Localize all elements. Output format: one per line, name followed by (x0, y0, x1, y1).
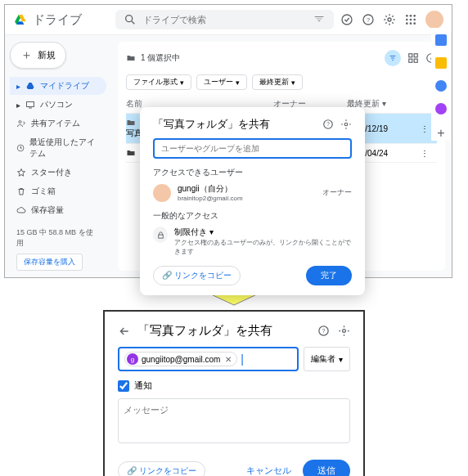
sidebar: ＋新規 ▸マイドライブ ▸パソコン 共有アイテム 最近使用したアイテム スター付… (5, 35, 111, 277)
svg-point-4 (388, 18, 391, 21)
remove-chip-icon[interactable]: ✕ (225, 355, 232, 364)
dialog-title: 「写真フォルダ」を共有 (137, 323, 272, 339)
svg-text:?: ? (326, 121, 330, 127)
svg-point-7 (413, 15, 416, 17)
svg-point-5 (406, 15, 408, 17)
svg-rect-25 (158, 235, 163, 238)
general-access-row: 制限付き ▾ アクセス権のあるユーザーのみが、リンクから開くことができます (153, 227, 352, 256)
computer-icon (25, 100, 35, 110)
user-row: gungii（自分） brainitop2@gmail.com オーナー (153, 183, 352, 202)
filter-chips: ファイル形式▾ ユーザー▾ 最終更新▾ (126, 74, 437, 90)
chip-last-modified[interactable]: 最終更新▾ (252, 74, 303, 90)
keep-icon[interactable] (435, 57, 447, 69)
trash-icon (16, 186, 26, 196)
nav-shared[interactable]: 共有アイテム (10, 115, 106, 132)
svg-text:?: ? (367, 16, 370, 24)
folder-icon (126, 53, 136, 63)
access-description: アクセス権のあるユーザーのみが、リンクから開くことができます (174, 238, 352, 256)
row-menu[interactable]: ⋮ (421, 149, 437, 158)
share-dialog: 「写真フォルダ」を共有 ? アクセスできるユーザー gungii（自分） bra… (140, 107, 365, 295)
gear-icon[interactable] (383, 13, 396, 26)
svg-point-1 (342, 15, 352, 25)
header-icons: ? (340, 11, 443, 29)
svg-rect-14 (27, 102, 34, 107)
user-email: brainitop2@gmail.com (178, 195, 316, 202)
contacts-icon[interactable] (435, 103, 447, 115)
grid-view-icon[interactable] (407, 52, 419, 64)
copy-link-button[interactable]: 🔗 リンクをコピー (153, 266, 241, 285)
message-input[interactable] (118, 398, 350, 443)
recipient-input[interactable]: g gungiitop@gmail.com ✕ | (118, 347, 299, 371)
recipient-chip[interactable]: g gungiitop@gmail.com ✕ (124, 352, 237, 366)
app-title: ドライブ (33, 12, 82, 28)
nav-storage[interactable]: 保存容量 (10, 201, 106, 219)
buy-storage-button[interactable]: 保存容量を購入 (16, 254, 83, 271)
back-arrow-icon[interactable] (118, 325, 131, 338)
share-dialog-step2: 「写真フォルダ」を共有 ? g gungiitop@gmail.com ✕ | … (103, 310, 365, 476)
svg-point-12 (410, 22, 412, 25)
calendar-icon[interactable] (435, 34, 447, 46)
add-panel-icon[interactable]: + (437, 126, 444, 141)
user-name: gungii（自分） (178, 183, 316, 195)
svg-rect-19 (409, 59, 412, 62)
account-avatar[interactable] (425, 11, 443, 29)
user-role: オーナー (322, 187, 352, 198)
gear-icon[interactable] (340, 119, 352, 130)
chip-user[interactable]: ユーザー▾ (196, 74, 247, 90)
svg-rect-17 (409, 54, 412, 57)
recipient-avatar-icon: g (127, 353, 138, 365)
notify-checkbox-row[interactable]: 通知 (118, 379, 350, 392)
drive-app-window: ドライブ ? ＋新規 ▸マイドライブ ▸パソコン 共有アイテム 最近使用したアイ… (4, 4, 452, 278)
send-button[interactable]: 送信 (303, 460, 350, 476)
storage-usage-text: 15 GB 中 58.8 MB を使用 (10, 227, 106, 249)
help-icon[interactable]: ? (322, 119, 334, 130)
svg-rect-18 (414, 54, 417, 57)
header: ドライブ ? (5, 5, 452, 35)
folder-icon (126, 118, 136, 128)
text-cursor: | (241, 353, 244, 366)
access-mode[interactable]: 制限付き ▾ (174, 227, 352, 238)
logo-area: ドライブ (13, 12, 115, 28)
dialog-title: 「写真フォルダ」を共有 (153, 117, 270, 132)
selection-toolbar: 1 個選択中 (126, 47, 437, 70)
help-icon[interactable]: ? (317, 325, 330, 337)
new-button[interactable]: ＋新規 (10, 42, 66, 69)
svg-point-15 (19, 121, 21, 123)
svg-point-6 (410, 15, 412, 17)
nav-computers[interactable]: ▸パソコン (10, 96, 106, 114)
done-button[interactable]: 完了 (306, 266, 352, 285)
gear-icon[interactable] (338, 325, 350, 337)
svg-point-11 (406, 22, 408, 25)
filter-icon[interactable] (313, 13, 326, 26)
svg-point-13 (413, 22, 416, 25)
copy-link-button[interactable]: 🔗 リンクをコピー (118, 461, 205, 477)
add-people-input[interactable] (153, 138, 352, 159)
general-access-label: 一般的なアクセス (153, 210, 352, 222)
nav-starred[interactable]: スター付き (10, 164, 106, 182)
search-input[interactable] (143, 15, 306, 25)
clock-icon (16, 143, 25, 153)
chip-file-type[interactable]: ファイル形式▾ (126, 74, 191, 90)
nav-recent[interactable]: 最近使用したアイテム (10, 133, 106, 163)
recipient-email: gungiitop@gmail.com (142, 355, 220, 364)
drive-logo-icon (13, 12, 28, 27)
tasks-icon[interactable] (435, 80, 447, 92)
ready-offline-icon[interactable] (340, 13, 353, 26)
help-icon[interactable]: ? (362, 13, 375, 26)
search-bar[interactable] (115, 10, 334, 29)
svg-point-24 (344, 123, 348, 126)
apps-grid-icon[interactable] (404, 13, 417, 26)
selection-count: 1 個選択中 (141, 52, 180, 64)
lock-icon (153, 227, 168, 243)
role-selector[interactable]: 編集者▾ (304, 347, 350, 371)
cancel-button[interactable]: キャンセル (246, 465, 291, 476)
access-users-label: アクセスできるユーザー (153, 167, 352, 178)
svg-point-10 (413, 19, 416, 21)
svg-point-28 (343, 330, 346, 333)
nav-my-drive[interactable]: ▸マイドライブ (10, 77, 106, 95)
notify-checkbox[interactable] (118, 380, 129, 392)
svg-point-8 (406, 19, 408, 21)
filter-toggle[interactable] (385, 50, 401, 66)
folder-icon (126, 148, 136, 158)
nav-trash[interactable]: ゴミ箱 (10, 182, 106, 200)
